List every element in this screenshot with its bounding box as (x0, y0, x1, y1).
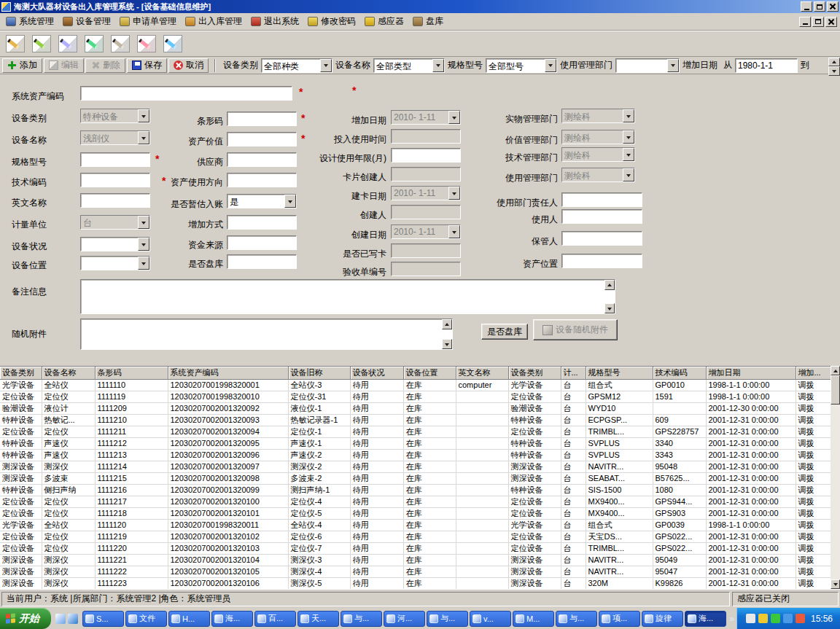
taskbar-item[interactable]: 与... (341, 611, 382, 627)
field-add_date-combo[interactable]: 2010- 1-11 (391, 110, 461, 125)
taskbar-item[interactable]: 天... (298, 611, 339, 627)
taskbar-item[interactable]: v... (470, 611, 511, 627)
field-temp_account-combo[interactable]: 是 (227, 194, 297, 208)
random-attachment-button[interactable]: 设备随机附件 (533, 319, 618, 340)
tray-volume-icon[interactable] (771, 614, 780, 623)
grid-row[interactable]: 定位设备定位仪111121112030207002001320094定位仪-1待… (0, 426, 831, 437)
grid-col-header[interactable]: 系统资产编码 (168, 367, 288, 379)
taskbar-item[interactable]: 旋律 (642, 611, 683, 627)
field-tech_dept-combo-dropdown-button[interactable] (623, 148, 634, 161)
grid-col-header[interactable]: 技术编码 (653, 367, 706, 379)
grid-col-header[interactable]: 计... (561, 367, 586, 379)
grid-row[interactable]: 验潮设备液位计111120912030207002001320092液位仪-1待… (0, 402, 831, 414)
scroll-track[interactable] (831, 405, 840, 579)
scroll-down-button[interactable] (604, 303, 615, 313)
field-remarks-textarea[interactable] (80, 279, 615, 314)
field-attachments-scrollbar[interactable] (442, 319, 452, 349)
field-user_person-input[interactable] (561, 209, 642, 224)
grid-row[interactable]: 定位设备定位仪111111912030207001998320010定位仪-31… (0, 391, 831, 402)
grid-row[interactable]: 测深设备测深仪111122112030207002001320104测深仪-3待… (0, 554, 831, 566)
field-use_dept-combo[interactable]: 测绘科 (561, 168, 635, 182)
scroll-down-button[interactable] (831, 579, 840, 589)
grid-vertical-scrollbar[interactable] (831, 366, 840, 589)
field-create_date-combo[interactable]: 2010- 1-11 (391, 224, 461, 239)
grid-row[interactable]: 特种设备侧扫声纳111121612030207002001320099测扫声纳-… (0, 484, 831, 496)
grid-col-header[interactable]: 增加... (796, 367, 831, 379)
field-attachments-textarea[interactable] (80, 319, 453, 350)
taskbar-item[interactable]: M... (513, 611, 554, 627)
spinner-down-button[interactable] (828, 66, 840, 76)
scroll-down-button[interactable] (442, 339, 452, 349)
field-creator-input[interactable] (391, 205, 461, 219)
taskbar-item[interactable]: 海... (685, 611, 726, 627)
grid-row[interactable]: 测深设备测深仪111121412030207002001320097测深仪-2待… (0, 461, 831, 472)
field-receipt_no-input[interactable] (391, 262, 461, 276)
grid-col-header[interactable]: 设备位置 (403, 367, 456, 379)
grid-row[interactable]: 光学设备全站仪111112012030207001998320011全站仪-4待… (0, 519, 831, 531)
grid-col-header[interactable]: 设备名称 (42, 367, 95, 379)
field-card_written-input[interactable] (391, 243, 461, 258)
taskbar-overflow-chevron[interactable]: » (727, 614, 736, 624)
tray-sensor-icon[interactable] (758, 614, 768, 623)
field-card_creator-input[interactable] (391, 167, 461, 181)
spinner-up-button[interactable] (828, 58, 840, 66)
field-use_start-input[interactable] (391, 129, 461, 144)
tray-network-icon[interactable] (783, 614, 793, 623)
field-asset_direction-input[interactable] (227, 173, 297, 187)
grid-row[interactable]: 光学设备全站仪111111012030207001998320001全站仪-3待… (0, 379, 831, 391)
grid-col-header[interactable]: 规格型号 (586, 367, 653, 379)
field-use_dept-combo-dropdown-button[interactable] (623, 168, 634, 181)
grid-row[interactable]: 测深设备测深仪111122312030207002001320106测深仪-5待… (0, 577, 831, 589)
field-add_method-input[interactable] (227, 215, 297, 230)
grid-col-header[interactable]: 设备类别 (508, 367, 561, 379)
scroll-up-button[interactable] (831, 366, 840, 375)
taskbar-item[interactable]: 与... (556, 611, 597, 627)
scroll-up-button[interactable] (442, 319, 452, 329)
field-value_dept-combo-dropdown-button[interactable] (623, 130, 634, 144)
date-spinner[interactable] (828, 58, 840, 74)
field-card_date-combo-dropdown-button[interactable] (448, 187, 460, 200)
taskbar-item[interactable]: 海... (211, 611, 253, 627)
field-asset_value-input[interactable] (227, 132, 297, 146)
grid-col-header[interactable]: 增加日期 (706, 367, 796, 379)
grid-row[interactable]: 测深设备多波束111121512030207002001320098多波束-2待… (0, 472, 831, 484)
scroll-up-button[interactable] (604, 280, 615, 290)
grid-row[interactable]: 特种设备声速仪111121212030207002001320095声速仪-1待… (0, 437, 831, 449)
field-fund_source-input[interactable] (227, 235, 297, 250)
grid-col-header[interactable]: 英文名称 (456, 367, 508, 379)
field-physical_dept-combo-dropdown-button[interactable] (623, 109, 634, 122)
taskbar-item[interactable]: 河... (384, 611, 425, 627)
grid-col-header[interactable]: 设备状况 (350, 367, 403, 379)
grid-col-header[interactable]: 条形码 (95, 367, 168, 379)
field-card_date-combo[interactable]: 2010- 1-11 (391, 186, 461, 200)
inventory-check-button[interactable]: 是否盘库 (481, 324, 528, 340)
quick-launch-desktop-icon[interactable] (55, 614, 66, 624)
taskbar-item[interactable]: 项... (599, 611, 640, 627)
field-physical_dept-combo[interactable]: 测绘科 (561, 109, 635, 123)
grid-row[interactable]: 测深设备测深仪111122212030207002001320105测深仪-4待… (0, 566, 831, 577)
quick-launch-browser-icon[interactable] (68, 614, 78, 624)
grid-col-header[interactable]: 设备旧称 (288, 367, 350, 379)
field-asset_code-input[interactable] (80, 86, 292, 101)
grid-row[interactable]: 特种设备声速仪111121312030207002001320096声速仪-2待… (0, 449, 831, 461)
taskbar-item[interactable]: S... (82, 611, 124, 627)
scroll-thumb[interactable] (831, 375, 840, 405)
field-asset_location-input[interactable] (561, 254, 642, 268)
grid-row[interactable]: 定位设备定位仪111121712030207002001320100定位仪-4待… (0, 496, 831, 507)
field-design_life-input[interactable] (391, 148, 461, 163)
grid-row[interactable]: 定位设备定位仪111121912030207002001320102定位仪-6待… (0, 531, 831, 542)
grid-row[interactable]: 定位设备定位仪111122012030207002001320103定位仪-7待… (0, 542, 831, 554)
field-supplier-input[interactable] (227, 152, 297, 167)
tray-ime-icon[interactable] (746, 614, 755, 623)
grid-row[interactable]: 定位设备定位仪111121812030207002001320101定位仪-5待… (0, 507, 831, 519)
taskbar-item[interactable]: 与... (427, 611, 468, 627)
field-add_date-combo-dropdown-button[interactable] (448, 111, 460, 124)
taskbar-item[interactable]: 百... (254, 611, 296, 627)
field-barcode-input[interactable] (227, 112, 297, 126)
field-tech_dept-combo[interactable]: 测绘科 (561, 147, 635, 162)
taskbar-item[interactable]: H... (168, 611, 210, 627)
tray-shield-icon[interactable] (796, 614, 805, 623)
grid-col-header[interactable]: 设备类别 (0, 367, 42, 379)
field-value_dept-combo[interactable]: 测绘科 (561, 130, 635, 144)
field-keeper-input[interactable] (561, 231, 642, 246)
